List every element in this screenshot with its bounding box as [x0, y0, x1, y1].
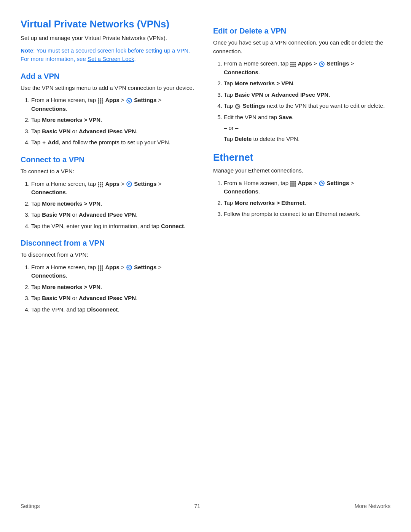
gear-settings-label: Settings	[243, 102, 265, 109]
settings-icon-3	[126, 264, 132, 270]
svg-line-72	[320, 62, 321, 63]
note: Note: You must set a secured screen lock…	[21, 46, 198, 64]
svg-line-53	[127, 266, 128, 267]
svg-line-73	[323, 65, 324, 66]
svg-rect-45	[100, 269, 101, 271]
delete-option: Tap Delete to delete the VPN.	[224, 135, 390, 144]
disconnect-vpn-step-4: Tap the VPN, and tap Disconnect.	[31, 305, 198, 314]
section-edit-delete-vpn-title: Edit or Delete a VPN	[213, 27, 390, 35]
svg-rect-89	[290, 183, 292, 185]
svg-rect-65	[295, 66, 296, 67]
svg-rect-0	[98, 98, 99, 100]
svg-point-77	[237, 105, 239, 107]
connect-vpn-step-1: From a Home screen, tap	[31, 180, 198, 197]
settings-label: Settings	[134, 97, 156, 103]
svg-rect-57	[290, 62, 292, 63]
svg-rect-93	[292, 185, 294, 187]
footer-settings: Settings	[21, 503, 40, 509]
svg-line-17	[131, 99, 131, 99]
svg-line-36	[131, 182, 131, 183]
apps-label-2: Apps	[105, 181, 119, 187]
svg-point-67	[321, 63, 322, 65]
page: Virtual Private Networks (VPNs) Set up a…	[0, 0, 411, 532]
ethernet-step-3: Follow the prompts to connect to an Ethe…	[224, 210, 390, 219]
edit-delete-vpn-step-3: Tap Basic VPN or Advanced IPsec VPN.	[224, 91, 390, 99]
disconnect-vpn-step-2: Tap More networks > VPN.	[31, 283, 198, 292]
svg-rect-6	[98, 102, 99, 104]
disconnect-vpn-steps: From a Home screen, tap	[31, 263, 198, 314]
svg-line-83	[239, 107, 239, 108]
add-vpn-step-4: Tap + Add, and follow the prompts to set…	[31, 138, 198, 147]
connections-label-3: Connections	[31, 272, 66, 279]
connections-label-5: Connections	[224, 188, 258, 195]
page-title: Virtual Private Networks (VPNs)	[21, 18, 198, 30]
svg-rect-24	[102, 184, 104, 185]
edit-delete-vpn-intro: Once you have set up a VPN connection, y…	[213, 38, 390, 56]
svg-line-74	[323, 62, 324, 63]
svg-rect-4	[100, 100, 101, 102]
svg-line-37	[127, 185, 128, 186]
connect-vpn-step-2: Tap More networks > VPN.	[31, 200, 198, 208]
note-label: Note	[21, 47, 33, 54]
svg-rect-62	[295, 64, 296, 65]
edit-delete-vpn-steps: From a Home screen, tap	[224, 59, 390, 143]
svg-rect-86	[290, 181, 292, 183]
svg-rect-20	[100, 182, 101, 184]
svg-line-18	[127, 102, 128, 102]
section-connect-vpn-title: Connect to a VPN	[21, 155, 198, 164]
svg-rect-23	[100, 184, 101, 185]
svg-line-34	[127, 182, 128, 183]
svg-rect-91	[295, 183, 296, 185]
svg-rect-27	[102, 186, 104, 187]
screen-lock-link[interactable]: Set a Screen Lock	[88, 56, 134, 62]
svg-rect-46	[102, 269, 104, 271]
apps-label-3: Apps	[105, 264, 119, 270]
right-column: Edit or Delete a VPN Once you have set u…	[213, 18, 390, 481]
settings-icon-2	[126, 181, 132, 187]
svg-rect-87	[292, 181, 294, 183]
apps-icon-3	[98, 265, 103, 270]
add-vpn-steps: From a Home screen, tap	[31, 96, 198, 147]
svg-line-101	[320, 182, 321, 182]
svg-rect-7	[100, 102, 101, 104]
add-vpn-intro: Use the VPN settings menu to add a VPN c…	[21, 84, 198, 93]
edit-delete-vpn-step-2: Tap More networks > VPN.	[224, 79, 390, 88]
connections-label-4: Connections	[224, 69, 258, 75]
ethernet-steps: From a Home screen, tap	[224, 179, 390, 219]
content-columns: Virtual Private Networks (VPNs) Set up a…	[21, 18, 390, 481]
disconnect-vpn-step-3: Tap Basic VPN or Advanced IPsec VPN.	[31, 294, 198, 303]
disconnect-vpn-step-1: From a Home screen, tap	[31, 263, 198, 280]
svg-line-75	[320, 65, 321, 66]
svg-rect-64	[292, 66, 294, 67]
svg-rect-1	[100, 98, 101, 100]
connections-label: Connections	[31, 105, 66, 112]
svg-rect-92	[290, 185, 292, 187]
svg-rect-44	[98, 269, 99, 271]
footer-more-networks: More Networks	[355, 503, 390, 509]
svg-rect-40	[102, 265, 104, 267]
settings-icon	[126, 97, 132, 103]
svg-line-35	[131, 185, 131, 186]
apps-icon-2	[98, 181, 103, 187]
svg-rect-3	[98, 100, 99, 102]
section-disconnect-vpn-title: Disconnect from a VPN	[21, 239, 198, 248]
svg-line-84	[239, 105, 239, 105]
svg-rect-42	[100, 267, 101, 269]
svg-rect-94	[295, 185, 296, 187]
svg-point-10	[128, 100, 130, 101]
page-intro: Set up and manage your Virtual Private N…	[21, 34, 198, 43]
svg-rect-2	[102, 98, 104, 100]
edit-delete-vpn-step-4: Tap	[224, 102, 390, 110]
or-divider: – or –	[224, 124, 390, 133]
left-column: Virtual Private Networks (VPNs) Set up a…	[21, 18, 198, 481]
gear-icon	[235, 103, 241, 109]
settings-label-5: Settings	[327, 180, 349, 186]
section-ethernet-title: Ethernet	[213, 152, 390, 163]
footer: Settings 71 More Networks	[21, 496, 390, 509]
svg-point-48	[128, 267, 130, 268]
svg-line-15	[127, 99, 128, 99]
connections-label-2: Connections	[31, 189, 66, 195]
ethernet-intro: Manage your Ethernet connections.	[213, 166, 390, 175]
edit-delete-vpn-step-5: Edit the VPN and tap Save. – or – Tap De…	[224, 113, 390, 144]
svg-line-16	[131, 102, 131, 102]
